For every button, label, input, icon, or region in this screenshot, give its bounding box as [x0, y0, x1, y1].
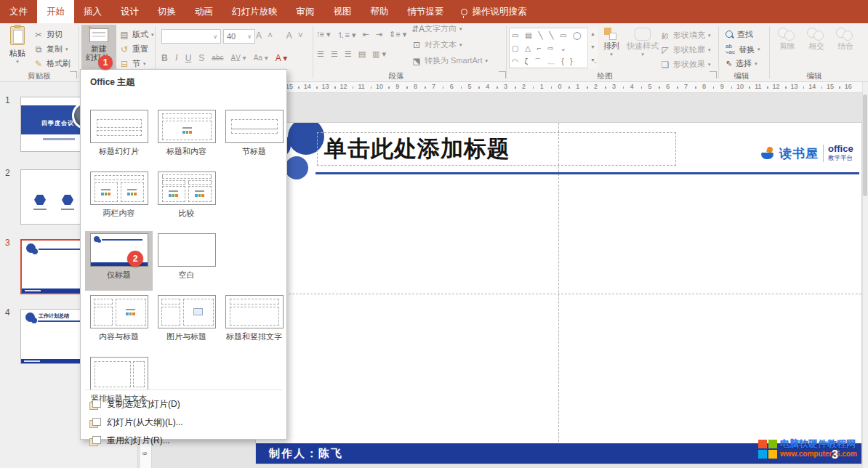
reset-button[interactable]: ↺重置 [119, 44, 148, 55]
tab-help[interactable]: 帮助 [361, 0, 398, 23]
columns-button[interactable]: ▥ ▾ [372, 49, 386, 59]
italic-button[interactable]: I [175, 52, 178, 63]
slide2-hexagon [62, 195, 73, 205]
shadow-button[interactable]: S [198, 53, 204, 63]
strikethrough-button[interactable]: abc [212, 54, 223, 62]
paste-label: 粘贴 [9, 48, 25, 59]
justify-button[interactable]: ▤ [358, 49, 366, 59]
tell-me-search[interactable]: 操作说明搜索 [454, 0, 534, 23]
slide-canvas[interactable]: 单击此处添加标题 读书屋 office 教学平台 制作人：陈飞 电脑软硬件教程网… [256, 123, 861, 464]
format-painter-button[interactable]: ✎格式刷 [33, 58, 71, 69]
section-button[interactable]: ⊟节▾ [119, 58, 146, 69]
drawing-dialog-launcher[interactable] [710, 71, 717, 78]
text-direction-icon: ⇵A [411, 24, 422, 34]
slide1-subtitle-bar [43, 138, 75, 140]
replace-button[interactable]: ab⤷ac替换▾ [726, 44, 760, 55]
slide-number-2: 2 [5, 168, 10, 178]
tab-file[interactable]: 文件 [0, 0, 37, 23]
font-name-combo[interactable]: ∨ [161, 29, 221, 44]
arrange-button[interactable]: 排列▾ [603, 28, 619, 57]
align-center-button[interactable]: ☰ [331, 49, 338, 59]
merge-combine-button[interactable]: 结合 [836, 28, 855, 50]
bold-button[interactable]: B [161, 53, 168, 63]
convert-smartart-button[interactable]: ⬔转换为 SmartArt▾ [411, 55, 506, 66]
tab-insert[interactable]: 插入 [74, 0, 111, 23]
layout-section-header[interactable]: 节标题 [220, 108, 288, 167]
char-spacing-button[interactable]: A̲V̲ ▾ [230, 54, 246, 62]
copy-button[interactable]: ⧉复制▾ [33, 44, 68, 55]
shape-fill-button[interactable]: 🝳形状填充▾ [660, 30, 711, 41]
copy-icon: ⧉ [33, 44, 44, 55]
decrease-indent-button[interactable]: ⇤ [363, 30, 369, 41]
clipboard-dialog-launcher[interactable] [70, 71, 77, 78]
layout-two-content[interactable]: 两栏内容 [85, 169, 153, 229]
font-size-combo[interactable]: 40∨ [223, 29, 255, 44]
tab-transitions[interactable]: 切换 [148, 0, 185, 23]
find-button[interactable]: 查找 [726, 29, 753, 40]
layout-content-with-caption[interactable]: 内容与标题 [85, 293, 153, 352]
shape-outline-button[interactable]: ◸形状轮廓▾ [660, 44, 711, 55]
layout-comparison[interactable]: 比较 [153, 169, 220, 229]
line-spacing-button[interactable]: ⇕≡ ▾ [389, 30, 406, 41]
slide4-title-line [38, 320, 81, 322]
title-underline [316, 172, 859, 174]
duplicate-slides-icon [89, 400, 100, 409]
align-left-button[interactable]: ☰ [317, 49, 324, 59]
grow-shrink-font-buttons[interactable]: A˄ A˅ [256, 31, 309, 41]
tab-animations[interactable]: 动画 [185, 0, 222, 23]
reset-icon: ↺ [119, 44, 129, 55]
numbering-button[interactable]: ⒈≡ ▾ [337, 30, 356, 41]
tab-slideshow[interactable]: 幻灯片放映 [222, 0, 287, 23]
reader-icon [760, 146, 775, 161]
menu-bar: 文件 开始 插入 设计 切换 动画 幻灯片放映 审阅 视图 帮助 情节提要 操作… [0, 0, 868, 23]
bullets-button[interactable]: ⁝≡ ▾ [317, 30, 331, 41]
shape-effects-button[interactable]: ❏形状效果▾ [660, 59, 711, 70]
layout-title-and-content[interactable]: 标题和内容 [153, 108, 220, 167]
title-placeholder[interactable]: 单击此处添加标题 [317, 132, 676, 166]
logo-separator [823, 145, 824, 162]
quick-styles-button[interactable]: 快速样式▾ [627, 28, 659, 57]
duplicate-selected-slides-item[interactable]: 复制选定幻灯片(D) [81, 395, 286, 413]
align-text-button[interactable]: ⊡对齐文本▾ [411, 39, 506, 50]
cut-button[interactable]: ✂剪切 [33, 29, 63, 40]
change-case-button[interactable]: Aa ▾ [254, 54, 268, 62]
paste-button[interactable]: 粘贴 ▾ [4, 26, 31, 71]
slides-from-outline-item[interactable]: 幻灯片(从大纲)(L)... [81, 413, 286, 432]
drawing-group-label: 绘图 [582, 71, 628, 81]
layout-blank[interactable]: 空白 [153, 231, 220, 291]
text-direction-button[interactable]: ⇵A文字方向▾ [411, 23, 506, 34]
tab-design[interactable]: 设计 [111, 0, 148, 23]
reuse-slides-item[interactable]: 重用幻灯片(R)... [81, 432, 286, 450]
new-slide-icon [89, 28, 108, 42]
align-right-button[interactable]: ☰ [345, 49, 352, 59]
search-icon [726, 31, 734, 39]
tab-storyboarding[interactable]: 情节提要 [398, 0, 454, 23]
slide4-title: 工作计划总结 [39, 312, 69, 320]
select-button[interactable]: ⇖选择▾ [726, 58, 758, 69]
paragraph-group-label: 段落 [371, 71, 422, 81]
layout-button[interactable]: ▤版式▾ [119, 29, 154, 40]
shapes-gallery[interactable]: ▭ ▤ ╲ ╲ ▭ ◯▢ △ ⌐ ⇨ ⌄◠ ζ ⌒ ﹏ { } [509, 28, 598, 68]
paragraph-dialog-launcher[interactable] [499, 71, 506, 78]
logo-name: 读书屋 [779, 145, 819, 162]
watermark-site: 电脑软硬件教程网 [780, 439, 857, 449]
tab-review[interactable]: 审阅 [287, 0, 324, 23]
paste-dropdown-arrow[interactable]: ▾ [16, 59, 19, 65]
scissors-icon: ✂ [33, 30, 44, 40]
layout-picture-with-caption[interactable]: 图片与标题 [153, 293, 220, 352]
merge-subtract-button[interactable]: 剪除 [778, 28, 797, 50]
vertical-scrollbar-thumb[interactable] [863, 94, 867, 196]
increase-indent-button[interactable]: ⇥ [376, 30, 382, 41]
tab-view[interactable]: 视图 [324, 0, 361, 23]
underline-button[interactable]: U [185, 53, 192, 63]
layout-title-and-vertical-text[interactable]: 标题和竖排文字 [220, 293, 288, 352]
horizontal-guide[interactable] [256, 294, 861, 294]
merge-group-label: 编辑 [792, 71, 836, 81]
site-logo: 读书屋 office 教学平台 [760, 139, 861, 168]
shapes-gallery-scrollbar[interactable]: ▲▼▼̲ [587, 28, 598, 68]
layout-title-slide[interactable]: 标题幻灯片 [85, 108, 153, 167]
tab-home[interactable]: 开始 [37, 0, 74, 23]
merge-intersect-button[interactable]: 相交 [807, 28, 826, 50]
font-size-value: 40 [227, 32, 236, 41]
font-color-button[interactable]: A ▾ [276, 53, 288, 63]
